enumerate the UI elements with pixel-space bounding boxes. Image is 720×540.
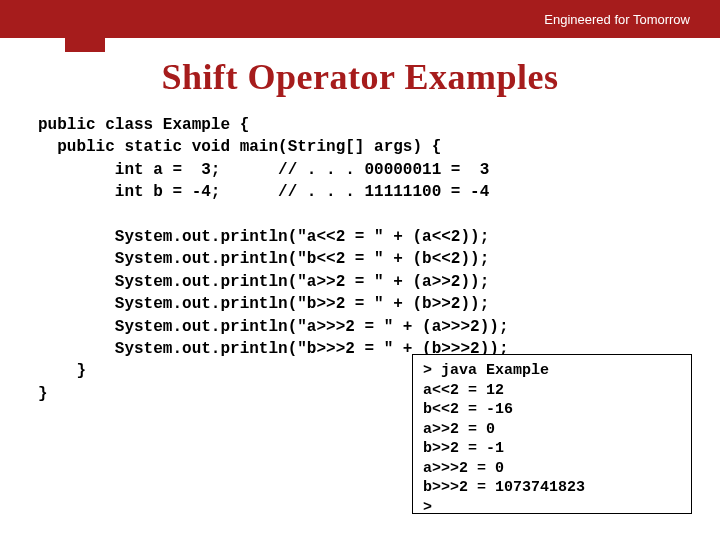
- slide-title: Shift Operator Examples: [0, 56, 720, 98]
- header-bar: Engineered for Tomorrow: [0, 0, 720, 38]
- output-box: > java Example a<<2 = 12 b<<2 = -16 a>>2…: [412, 354, 692, 514]
- red-tab-accent: [65, 38, 105, 52]
- header-tagline: Engineered for Tomorrow: [544, 12, 690, 27]
